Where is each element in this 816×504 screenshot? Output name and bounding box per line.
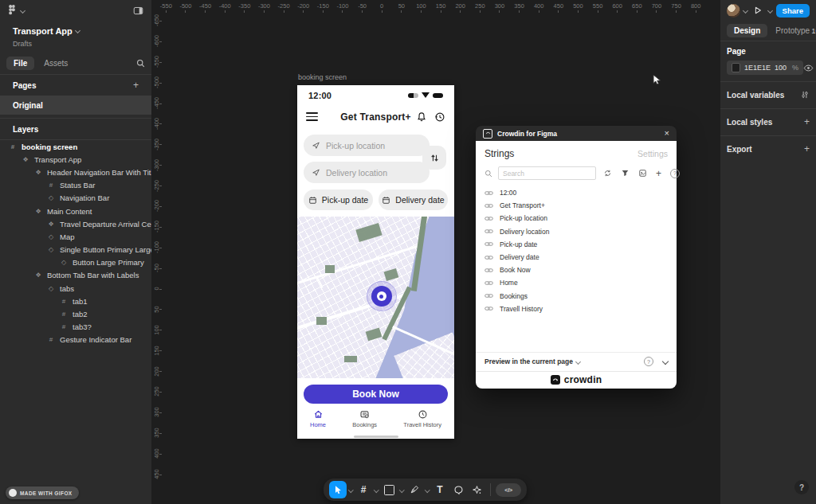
send-arrow-icon [312,141,320,150]
image-icon[interactable] [638,169,647,178]
ruler-tick-label: 400 [151,443,162,464]
pages-label: Pages [13,81,133,90]
layer-item[interactable]: ❖ Travel Departure Arrival Cells and Dat… [0,217,151,230]
map[interactable] [297,217,454,378]
layer-item[interactable]: # tab2 [0,307,151,320]
layer-item-label: Single Button Primary Large [60,245,151,254]
string-item[interactable]: Get Transport+ [484,199,668,212]
text-tool[interactable]: T [431,481,449,498]
layer-type-icon: ◇ [46,194,56,201]
play-icon[interactable] [753,6,763,15]
avatar[interactable] [727,4,740,18]
layer-item-label: Status Bar [60,181,95,189]
string-item[interactable]: Travell History [484,303,668,315]
chevron-down-icon[interactable] [767,7,773,13]
add-string-button[interactable]: + [656,168,661,179]
actions-icon[interactable] [468,481,485,498]
swap-locations-button[interactable] [422,146,446,170]
delivery-location-field[interactable]: Delivery location [304,162,430,183]
layer-item[interactable]: ◇ Single Button Primary Large [0,244,151,256]
tab-design[interactable]: Design [727,24,767,37]
comment-tool[interactable] [449,481,467,498]
canvas[interactable]: -550 -500 -450 -400 -350 -300 -250 -200 … [151,0,720,504]
pen-tool[interactable] [406,481,423,498]
frame-tool[interactable]: # [355,481,372,498]
layer-item[interactable]: ❖ Header Navigation Bar With Title [0,166,151,178]
shape-tool[interactable] [380,481,398,498]
string-item[interactable]: 12:00 [484,186,668,199]
tab-bookings[interactable]: Bookings [352,409,377,428]
panel-toggle-icon[interactable] [133,6,143,16]
string-item[interactable]: Pick-up location [484,212,668,225]
layer-item[interactable]: ❖ Main Content [0,205,151,217]
string-item[interactable]: Delivery date [484,251,668,264]
layer-item[interactable]: # tab3? [0,321,151,334]
tab-home[interactable]: Home [310,409,326,428]
variables-icon[interactable] [800,90,810,100]
layer-item[interactable]: ❖ Bottom Tab Bar with Labels [0,269,151,282]
tab-travel-history[interactable]: Travell History [403,409,441,428]
ruler-tick-label: -100 [151,237,162,258]
chevron-down-icon[interactable] [20,7,26,13]
string-item[interactable]: Book Now [484,264,668,276]
help-icon[interactable]: ? [670,169,680,178]
preview-toggle[interactable]: Preview in the current page [484,357,573,365]
layer-item[interactable]: ◇ Map [0,230,151,243]
help-icon[interactable]: ? [644,357,653,366]
frame-tool-menu[interactable] [373,488,379,492]
search-icon[interactable] [136,59,145,68]
color-swatch[interactable] [732,63,740,72]
layer-item[interactable]: # Status Bar [0,179,151,192]
plugin-titlebar[interactable]: Crowdin for Figma × [476,126,677,141]
string-item[interactable]: Delivery location [484,225,668,238]
layer-type-icon: ❖ [21,156,30,163]
page-item-original[interactable]: Original [0,96,151,115]
string-item[interactable]: Bookings [484,290,668,303]
plugin-search-input[interactable] [498,166,596,180]
layer-item[interactable]: # booking screen [0,140,151,153]
chevron-down-icon[interactable] [743,7,748,13]
page-color-input[interactable]: 1E1E1E 100 % [727,61,803,75]
tab-prototype[interactable]: Prototype [775,26,810,35]
layer-item[interactable]: ◇ Button Large Primary [0,256,151,269]
zoom-level[interactable]: 100% [811,26,816,35]
layer-item[interactable]: # Gesture Indicator Bar [0,334,151,346]
ruler-tick-label: 350 [151,423,162,443]
tab-assets[interactable]: Assets [44,59,68,68]
add-style-button[interactable]: + [804,117,810,127]
add-page-button[interactable]: + [133,80,139,90]
frame-name-label[interactable]: booking screen [298,73,347,81]
filter-icon[interactable] [621,169,630,178]
booking-screen-frame[interactable]: 12:00 Get Transport+ [297,85,454,439]
shape-tool-menu[interactable] [398,488,405,492]
sync-icon[interactable] [603,169,612,178]
figma-logo-icon[interactable] [8,5,16,17]
pickup-date-button[interactable]: Pick-up date [304,189,373,210]
delivery-date-button[interactable]: Delivery date [379,189,448,210]
close-icon[interactable]: × [665,129,669,138]
help-button[interactable]: ? [794,480,809,494]
move-tool-menu[interactable] [347,488,354,492]
settings-link[interactable]: Settings [638,149,668,158]
string-item[interactable]: Home [484,276,668,289]
location-pin[interactable] [367,281,397,311]
layer-item[interactable]: ❖ Transport App [0,153,151,166]
pickup-location-field[interactable]: Pick-up location [304,135,430,156]
tab-file[interactable]: File [6,57,34,70]
eye-icon[interactable] [803,64,814,72]
pen-tool-menu[interactable] [424,488,430,492]
layer-item[interactable]: ◇ Navigation Bar [0,192,151,205]
search-row: + ? [484,166,668,180]
book-now-button[interactable]: Book Now [304,385,448,404]
move-tool[interactable] [329,481,347,498]
layer-item[interactable]: ◇ tabs [0,282,151,295]
share-button[interactable]: Share [776,4,810,18]
dev-mode-toggle[interactable]: </> [496,483,521,497]
history-icon[interactable] [434,111,445,123]
add-export-button[interactable]: + [804,144,810,154]
delivery-location-placeholder: Delivery location [326,168,387,178]
bell-icon[interactable] [416,111,427,123]
layer-item[interactable]: # tab1 [0,295,151,307]
string-item[interactable]: Pick-up date [484,238,668,251]
chevron-down-icon[interactable] [662,358,669,365]
